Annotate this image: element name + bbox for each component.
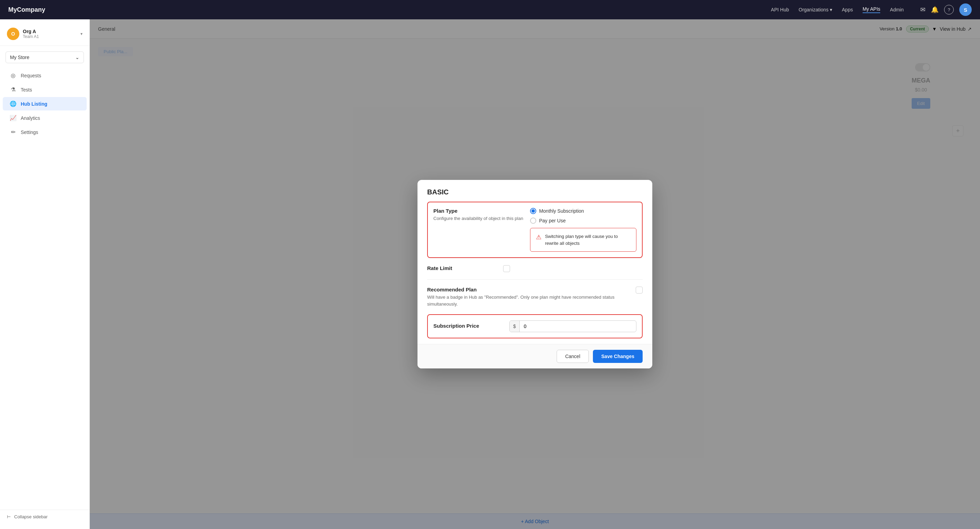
sidebar-item-label-requests: Requests xyxy=(21,73,41,78)
sidebar-nav: ◎ Requests ⚗ Tests 🌐 Hub Listing 📈 Analy… xyxy=(0,66,89,510)
org-name: Org A xyxy=(23,29,77,34)
sidebar: O Org A Team A1 ▾ My Store ⌄ ◎ Requests … xyxy=(0,19,90,529)
modal-dialog: BASIC Plan Type Configure the availabili… xyxy=(417,180,652,369)
sidebar-item-tests[interactable]: ⚗ Tests xyxy=(3,83,87,96)
rate-limit-section: Rate Limit xyxy=(427,258,643,280)
rate-limit-label-group: Rate Limit xyxy=(427,265,496,272)
nav-my-apis[interactable]: My APIs xyxy=(862,6,880,13)
collapse-label: Collapse sidebar xyxy=(14,514,48,519)
currency-symbol: $ xyxy=(510,321,520,332)
nav-admin[interactable]: Admin xyxy=(890,7,904,13)
modal-body: Plan Type Configure the availability of … xyxy=(417,196,652,344)
org-chevron-icon: ▾ xyxy=(80,32,83,36)
store-chevron-icon: ⌄ xyxy=(75,54,80,60)
radio-pay-per-use-indicator xyxy=(530,218,536,224)
topnav-icon-group: ✉ 🔔 ? S xyxy=(920,3,972,16)
modal-header: BASIC xyxy=(417,180,652,196)
recommended-plan-label-group: Recommended Plan Will have a badge in Hu… xyxy=(427,287,629,307)
plan-type-warning-box: ⚠ Switching plan type will cause you to … xyxy=(530,228,636,252)
save-changes-button[interactable]: Save Changes xyxy=(593,350,643,363)
radio-monthly-label: Monthly Subscription xyxy=(539,208,584,214)
analytics-icon: 📈 xyxy=(10,114,17,121)
help-icon[interactable]: ? xyxy=(944,5,954,14)
org-avatar: O xyxy=(7,28,19,40)
recommended-plan-description: Will have a badge in Hub as "Recommended… xyxy=(427,294,629,307)
radio-pay-per-use[interactable]: Pay per Use xyxy=(530,218,636,224)
sidebar-item-settings[interactable]: ✏ Settings xyxy=(3,125,87,139)
brand-logo: MyCompany xyxy=(8,6,45,13)
subscription-price-control: $ xyxy=(509,321,636,332)
sidebar-item-hub-listing[interactable]: 🌐 Hub Listing xyxy=(3,97,87,111)
nav-api-hub[interactable]: API Hub xyxy=(771,7,789,13)
subscription-price-label-group: Subscription Price xyxy=(433,323,503,330)
radio-group-plan-type: Monthly Subscription Pay per Use xyxy=(530,208,636,224)
org-team: Team A1 xyxy=(23,34,77,39)
sidebar-item-label-tests: Tests xyxy=(21,87,32,92)
nav-organizations[interactable]: Organizations ▾ xyxy=(799,7,832,13)
tests-icon: ⚗ xyxy=(10,86,17,93)
sidebar-item-label-settings: Settings xyxy=(21,129,38,135)
sidebar-item-label-analytics: Analytics xyxy=(21,115,40,121)
top-navigation: MyCompany API Hub Organizations ▾ Apps M… xyxy=(0,0,980,19)
org-selector[interactable]: O Org A Team A1 ▾ xyxy=(0,25,89,46)
rate-limit-heading: Rate Limit xyxy=(427,265,496,271)
content-area: General Version 1.0 Current ▾ View in Hu… xyxy=(90,19,980,529)
requests-icon: ◎ xyxy=(10,72,17,79)
modal-footer: Cancel Save Changes xyxy=(417,344,652,369)
bell-icon[interactable]: 🔔 xyxy=(931,6,939,13)
plan-type-label-group: Plan Type Configure the availability of … xyxy=(433,208,523,222)
modal-title: BASIC xyxy=(427,188,643,196)
nav-links: API Hub Organizations ▾ Apps My APIs Adm… xyxy=(771,6,904,13)
modal-overlay: BASIC Plan Type Configure the availabili… xyxy=(90,19,980,529)
rate-limit-checkbox[interactable] xyxy=(503,265,510,272)
price-input-wrapper: $ xyxy=(509,321,636,332)
mail-icon[interactable]: ✉ xyxy=(920,6,926,13)
sidebar-item-analytics[interactable]: 📈 Analytics xyxy=(3,111,87,125)
subscription-price-input[interactable] xyxy=(520,321,561,332)
store-label: My Store xyxy=(10,54,29,60)
cancel-button[interactable]: Cancel xyxy=(557,350,589,363)
radio-pay-per-use-label: Pay per Use xyxy=(539,218,566,223)
rate-limit-control xyxy=(503,265,643,272)
warning-triangle-icon: ⚠ xyxy=(536,234,541,241)
sidebar-item-label-hub-listing: Hub Listing xyxy=(21,101,47,107)
sidebar-item-requests[interactable]: ◎ Requests xyxy=(3,69,87,82)
subscription-price-heading: Subscription Price xyxy=(433,323,503,329)
radio-monthly-subscription[interactable]: Monthly Subscription xyxy=(530,208,636,214)
recommended-plan-checkbox[interactable] xyxy=(636,287,643,294)
main-layout: O Org A Team A1 ▾ My Store ⌄ ◎ Requests … xyxy=(0,19,980,529)
plan-type-controls: Monthly Subscription Pay per Use ⚠ Switc… xyxy=(530,208,636,252)
store-selector[interactable]: My Store ⌄ xyxy=(6,51,84,63)
recommended-plan-heading: Recommended Plan xyxy=(427,287,629,292)
plan-type-description: Configure the availability of object in … xyxy=(433,215,523,222)
nav-apps[interactable]: Apps xyxy=(842,7,853,13)
collapse-icon: ⊢ xyxy=(7,514,11,519)
hub-listing-icon: 🌐 xyxy=(10,100,17,107)
radio-monthly-selected-indicator xyxy=(530,208,536,214)
recommended-plan-section: Recommended Plan Will have a badge in Hu… xyxy=(427,280,643,314)
plan-type-heading: Plan Type xyxy=(433,208,523,214)
user-avatar[interactable]: S xyxy=(959,3,972,16)
settings-icon: ✏ xyxy=(10,129,17,135)
plan-type-section: Plan Type Configure the availability of … xyxy=(427,202,643,258)
recommended-plan-control xyxy=(636,287,643,294)
warning-message: Switching plan type will cause you to re… xyxy=(545,233,630,246)
collapse-sidebar-button[interactable]: ⊢ Collapse sidebar xyxy=(0,510,89,523)
subscription-price-section: Subscription Price $ xyxy=(427,314,643,338)
